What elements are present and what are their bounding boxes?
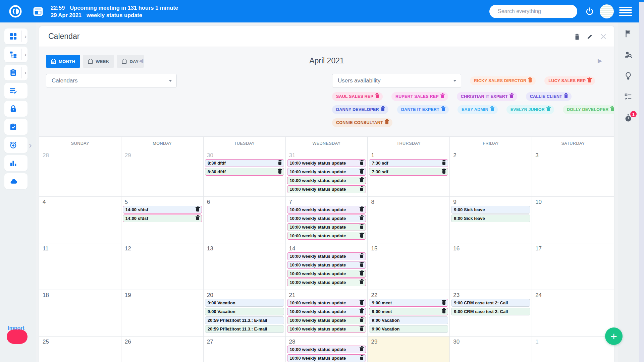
trash-icon[interactable]: [442, 301, 445, 305]
trash-icon[interactable]: [442, 108, 445, 111]
edit-pencil-icon[interactable]: [587, 34, 593, 40]
sidebar-item-reminders[interactable]: [4, 137, 28, 153]
day-cell[interactable]: 3110:00 weekly status update10:00 weekly…: [286, 150, 368, 196]
trash-icon[interactable]: [360, 357, 363, 360]
calendar-event[interactable]: 10:00 weekly status update: [287, 325, 366, 333]
trash-icon[interactable]: [360, 327, 363, 331]
calendar-event[interactable]: 9:00 Vacation: [205, 299, 284, 307]
day-cell[interactable]: 8: [368, 197, 450, 243]
user-tag[interactable]: EVELYN JUNIOR: [506, 105, 554, 114]
user-tag[interactable]: CALLIE CLIENT: [526, 92, 572, 101]
calendar-event[interactable]: 10:00 weekly status update: [287, 232, 366, 240]
day-cell[interactable]: 13: [204, 243, 286, 290]
day-cell[interactable]: 24: [532, 290, 614, 336]
app-logo-icon[interactable]: [9, 5, 22, 18]
trash-icon[interactable]: [196, 208, 199, 212]
calendar-event[interactable]: 9:00 CRM case test 2: Call: [451, 299, 530, 307]
user-tag[interactable]: RUPERT SALES REP: [391, 92, 448, 101]
trash-icon[interactable]: [360, 348, 363, 351]
trash-icon[interactable]: [360, 188, 363, 191]
trash-icon[interactable]: [565, 95, 568, 98]
trash-icon[interactable]: [360, 234, 363, 238]
day-cell[interactable]: 29: [121, 150, 204, 196]
user-tag[interactable]: LUCY SALES REP: [544, 76, 595, 85]
trash-icon[interactable]: [360, 226, 363, 229]
trash-icon[interactable]: [360, 301, 363, 305]
day-cell[interactable]: 11: [39, 243, 121, 290]
trash-icon[interactable]: [611, 108, 614, 111]
day-cell[interactable]: 710:00 weekly status update10:00 weekly …: [286, 197, 368, 243]
day-cell[interactable]: 17: [532, 243, 614, 290]
trash-icon[interactable]: [360, 208, 363, 212]
calendar-event[interactable]: 10:00 weekly status update: [287, 177, 366, 184]
trash-icon[interactable]: [360, 217, 363, 220]
trash-icon[interactable]: [278, 162, 281, 165]
day-cell[interactable]: 16: [450, 243, 532, 290]
calendar-event[interactable]: 10:00 weekly status update: [287, 159, 366, 167]
calendar-event[interactable]: 9:00 Vacation: [369, 316, 448, 324]
user-tag[interactable]: CHRISTIAN IT EXPERT: [457, 92, 517, 101]
sidebar-item-journal[interactable]: ›: [4, 65, 28, 80]
trash-icon[interactable]: [360, 162, 363, 165]
calendar-event[interactable]: 10:00 weekly status update: [287, 299, 366, 307]
calendar-event[interactable]: 10:00 weekly status update: [287, 185, 366, 193]
sidebar-item-security[interactable]: [4, 101, 28, 117]
rail-item-user-search[interactable]: [624, 50, 633, 60]
calendar-event[interactable]: 14:00 sfdsf: [123, 206, 202, 214]
user-tag[interactable]: DOLLY DEVELOPER: [563, 105, 614, 114]
calendar-event[interactable]: 10:00 weekly status update: [287, 270, 366, 278]
trash-icon[interactable]: [441, 95, 444, 98]
day-cell[interactable]: 12: [121, 243, 204, 290]
user-tag[interactable]: DANNY DEVELOPER: [332, 105, 388, 114]
day-cell[interactable]: 30: [450, 337, 532, 362]
rail-item-ideas[interactable]: [624, 71, 633, 81]
calendar-event[interactable]: 14:00 sfdsf: [123, 215, 202, 222]
calendar-event[interactable]: 9:00 Vacation: [369, 325, 448, 333]
day-cell[interactable]: 19: [121, 290, 204, 336]
calendar-event[interactable]: 9:00 Sick leave: [451, 206, 530, 214]
users-availability-select[interactable]: Users availability: [332, 74, 461, 88]
calendar-event[interactable]: 9:00 Vacation: [205, 308, 284, 315]
calendar-event[interactable]: 8:30 dfdf: [205, 168, 284, 176]
sidebar-item-reports[interactable]: [4, 155, 28, 171]
calendar-event[interactable]: 10:00 weekly status update: [287, 308, 366, 315]
add-event-fab[interactable]: +: [605, 327, 623, 345]
day-cell[interactable]: 2810:00 weekly status update10:00 weekly…: [286, 337, 368, 362]
user-tag[interactable]: DANTE IT EXPERT: [397, 105, 449, 114]
meeting-reminder[interactable]: 22:59 Upcoming meeting in 131 hours 1 mi…: [51, 4, 178, 19]
day-cell[interactable]: 18: [39, 290, 121, 336]
calendar-event[interactable]: 9:00 CRM case test 2: Call: [451, 308, 530, 315]
calendar-event[interactable]: 20:59 Příležitost 11.3.: E-mail: [205, 325, 284, 333]
calendar-event[interactable]: 10:00 weekly status update: [287, 261, 366, 269]
user-tag[interactable]: SAUL SALES REP: [332, 92, 383, 101]
trash-icon[interactable]: [278, 170, 281, 174]
trash-icon[interactable]: [442, 162, 445, 165]
calendar-event[interactable]: 10:00 weekly status update: [287, 206, 366, 214]
day-cell[interactable]: 6: [204, 197, 286, 243]
trash-icon[interactable]: [360, 263, 363, 267]
trash-icon[interactable]: [360, 281, 363, 284]
day-cell[interactable]: 239:00 CRM case test 2: Call9:00 CRM cas…: [450, 290, 532, 336]
day-cell[interactable]: 3: [532, 150, 614, 196]
trash-icon[interactable]: [360, 272, 363, 276]
next-month-arrow[interactable]: ▶: [598, 57, 602, 64]
scrollbar[interactable]: [639, 2, 644, 362]
sidebar-item-dashboard[interactable]: ›: [4, 28, 28, 44]
calendar-event[interactable]: 10:00 weekly status update: [287, 346, 366, 353]
power-icon[interactable]: [585, 7, 594, 16]
trash-icon[interactable]: [547, 108, 550, 111]
trash-icon[interactable]: [588, 79, 591, 82]
sidebar-item-org-structure[interactable]: ›: [4, 47, 28, 62]
user-tag[interactable]: RICKY SALES DIRECTOR: [470, 76, 536, 85]
import-drag-blob[interactable]: [7, 329, 28, 344]
day-cell[interactable]: 229:00 meet9:00 meet9:00 Vacation9:00 Va…: [368, 290, 450, 336]
day-cell[interactable]: 28: [39, 150, 121, 196]
user-tag[interactable]: CONNIE CONSULTANT: [332, 118, 392, 127]
calendars-select[interactable]: Calendars: [46, 74, 177, 88]
rail-item-flags[interactable]: [624, 29, 633, 39]
trash-icon[interactable]: [360, 319, 363, 322]
trash-icon[interactable]: [385, 121, 388, 124]
trash-icon[interactable]: [574, 34, 580, 40]
calendar-event[interactable]: 7:30 sdf: [369, 168, 448, 176]
day-cell[interactable]: 1: [532, 337, 614, 362]
